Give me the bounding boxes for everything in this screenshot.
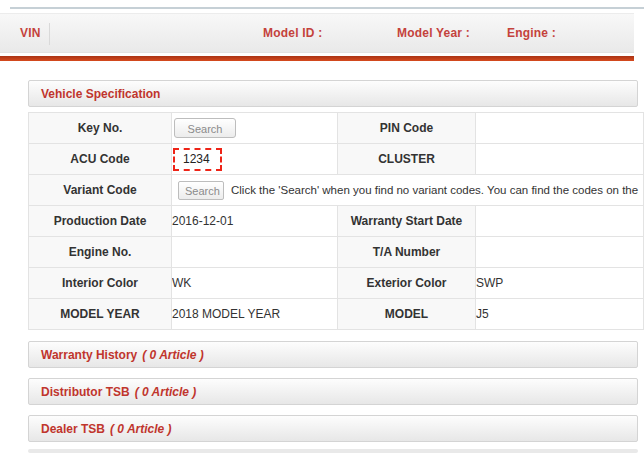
section-vehicle-specification: Vehicle Specification <box>28 80 638 107</box>
table-row-interior-color: Interior Color WK Exterior Color SWP <box>29 268 644 299</box>
cluster-value <box>476 144 644 175</box>
vehicle-spec-table: Key No. Search PIN Code ACU Code 1234 CL… <box>28 112 644 330</box>
warranty-start-date-value <box>476 206 644 237</box>
engine-label: Engine : <box>507 14 556 52</box>
cluster-label: CLUSTER <box>338 144 476 175</box>
section-dealer-tsb[interactable]: Dealer TSB ( 0 Article ) <box>28 415 638 442</box>
variant-code-label: Variant Code <box>29 175 172 206</box>
next-section-partial-bar <box>28 449 638 453</box>
acu-code-highlight: 1234 <box>173 148 222 171</box>
pin-code-label: PIN Code <box>338 113 476 144</box>
model-year-row-label: MODEL YEAR <box>29 299 172 330</box>
exterior-color-label: Exterior Color <box>338 268 476 299</box>
variant-code-search-button[interactable]: Search <box>178 181 224 200</box>
key-no-label: Key No. <box>29 113 172 144</box>
vehicle-specification-title: Vehicle Specification <box>41 87 160 101</box>
dealer-tsb-count: ( 0 Article ) <box>110 422 172 436</box>
warranty-history-label: Warranty History <box>41 348 137 362</box>
model-year-label: Model Year : <box>397 14 470 52</box>
production-date-label: Production Date <box>29 206 172 237</box>
production-date-value: 2016-12-01 <box>172 206 338 237</box>
variant-code-value-cell: Search Click the 'Search' when you find … <box>172 175 644 206</box>
interior-color-value: WK <box>172 268 338 299</box>
warranty-start-date-label: Warranty Start Date <box>338 206 476 237</box>
model-id-label: Model ID : <box>263 14 322 52</box>
model-year-value: 2018 MODEL YEAR <box>172 299 338 330</box>
distributor-tsb-label: Distributor TSB <box>41 385 130 399</box>
table-row-variant-code: Variant Code Search Click the 'Search' w… <box>29 175 644 206</box>
variant-code-note: Click the 'Search' when you find no vari… <box>231 184 638 196</box>
engine-no-value <box>172 237 338 268</box>
accent-rule <box>0 56 634 61</box>
pin-code-value <box>476 113 644 144</box>
table-row-production-date: Production Date 2016-12-01 Warranty Star… <box>29 206 644 237</box>
table-row-acu-code: ACU Code 1234 CLUSTER <box>29 144 644 175</box>
section-distributor-tsb[interactable]: Distributor TSB ( 0 Article ) <box>28 378 638 405</box>
key-no-search-button[interactable]: Search <box>174 118 236 138</box>
ta-number-label: T/A Number <box>338 237 476 268</box>
table-row-model-year: MODEL YEAR 2018 MODEL YEAR MODEL J5 <box>29 299 644 330</box>
interior-color-label: Interior Color <box>29 268 172 299</box>
top-divider-rule <box>10 7 644 9</box>
acu-code-value-cell: 1234 <box>172 144 338 175</box>
header-divider <box>49 23 50 45</box>
section-warranty-history[interactable]: Warranty History ( 0 Article ) <box>28 341 638 368</box>
warranty-history-count: ( 0 Article ) <box>142 348 204 362</box>
model-label: MODEL <box>338 299 476 330</box>
dealer-tsb-label: Dealer TSB <box>41 422 105 436</box>
key-no-value-cell: Search <box>172 113 338 144</box>
acu-code-label: ACU Code <box>29 144 172 175</box>
engine-no-label: Engine No. <box>29 237 172 268</box>
main-content: Vehicle Specification Key No. Search PIN… <box>28 80 644 453</box>
vehicle-info-header: VIN Model ID : Model Year : Engine : <box>0 13 634 53</box>
exterior-color-value: SWP <box>476 268 644 299</box>
distributor-tsb-count: ( 0 Article ) <box>135 385 197 399</box>
table-row-engine-no: Engine No. T/A Number <box>29 237 644 268</box>
ta-number-value <box>476 237 644 268</box>
table-row-key-no: Key No. Search PIN Code <box>29 113 644 144</box>
vin-label: VIN <box>20 14 41 52</box>
model-value: J5 <box>476 299 644 330</box>
